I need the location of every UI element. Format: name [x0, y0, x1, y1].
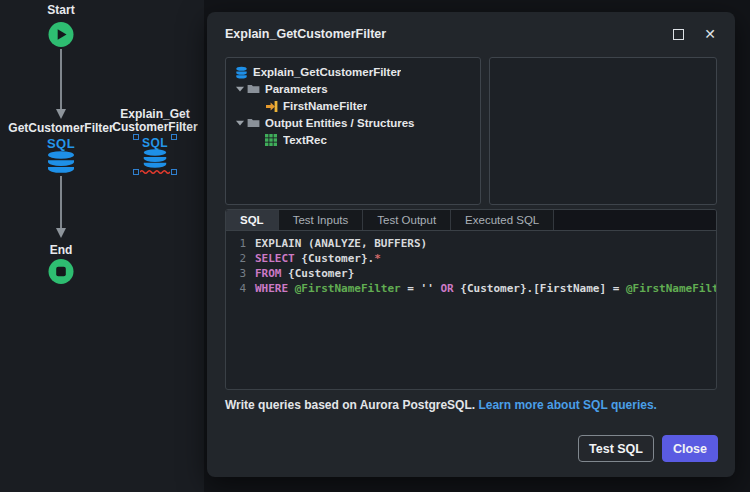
sql-editor: SQL Test Inputs Test Output Executed SQL…	[225, 209, 717, 390]
tree-item-firstnamefilter[interactable]: FirstNameFilter	[230, 98, 476, 114]
chevron-down-icon[interactable]	[234, 120, 246, 126]
start-node-label: Start	[47, 4, 74, 17]
folder-icon	[246, 118, 260, 128]
structure-icon	[264, 134, 278, 146]
preview-panel	[489, 57, 717, 205]
folder-icon	[246, 84, 260, 94]
editor-footer-note: Write queries based on Aurora PostgreSQL…	[225, 398, 657, 412]
tree-item-output-entities[interactable]: Output Entities / Structures	[230, 115, 476, 131]
dialog-title: Explain_GetCustomerFilter	[225, 27, 386, 41]
selection-handle-icon[interactable]	[171, 134, 177, 140]
tab-executed-sql[interactable]: Executed SQL	[451, 210, 554, 230]
close-icon[interactable]: ✕	[701, 25, 719, 43]
getcustomerfilter-sql-badge: SQL	[47, 137, 75, 150]
tab-test-inputs[interactable]: Test Inputs	[279, 210, 364, 230]
editor-tabbar: SQL Test Inputs Test Output Executed SQL	[226, 210, 716, 231]
dialog-titlebar[interactable]: Explain_GetCustomerFilter ✕	[207, 12, 735, 54]
tree-item-label: Parameters	[265, 83, 328, 95]
end-node-icon[interactable]	[48, 258, 75, 289]
line-number: 4	[226, 281, 246, 296]
sql-node-tree-panel: Explain_GetCustomerFilter Parameters	[225, 57, 481, 205]
tree-item-label: FirstNameFilter	[283, 100, 367, 112]
tree-item-parameters[interactable]: Parameters	[230, 81, 476, 97]
flow-connectors	[0, 0, 204, 492]
sql-database-icon	[234, 66, 248, 79]
explain-node-label[interactable]: Explain_Get CustomerFilter	[112, 108, 197, 134]
chevron-down-icon[interactable]	[234, 86, 246, 92]
code-line[interactable]: 2SELECT {Customer}.*	[226, 251, 716, 266]
code-line[interactable]: 3FROM {Customer}	[226, 266, 716, 281]
error-squiggle-icon	[140, 169, 170, 174]
explain-node-label-line2: CustomerFilter	[112, 121, 197, 134]
getcustomerfilter-sql-icon[interactable]	[46, 151, 76, 177]
code-line[interactable]: 1EXPLAIN (ANALYZE, BUFFERS)	[226, 236, 716, 251]
close-button[interactable]: Close	[662, 435, 718, 462]
learn-more-link[interactable]: Learn more about SQL queries.	[478, 398, 657, 412]
app-window: Start GetCustomerFilter SQL Explain_Get …	[0, 0, 750, 492]
sql-code[interactable]: 1EXPLAIN (ANALYZE, BUFFERS)2SELECT {Cust…	[226, 231, 716, 296]
start-node-icon[interactable]	[48, 21, 75, 52]
selection-handle-icon[interactable]	[171, 169, 177, 175]
code-line[interactable]: 4WHERE @FirstNameFilter = '' OR {Custome…	[226, 281, 716, 296]
tree-item-textrec[interactable]: TextRec	[230, 132, 476, 148]
end-node-label: End	[50, 244, 73, 257]
tab-test-output[interactable]: Test Output	[363, 210, 451, 230]
tree-item-root[interactable]: Explain_GetCustomerFilter	[230, 64, 476, 80]
line-number: 3	[226, 266, 246, 281]
flow-canvas[interactable]: Start GetCustomerFilter SQL Explain_Get …	[0, 0, 204, 492]
getcustomerfilter-node-label[interactable]: GetCustomerFilter	[8, 122, 113, 135]
tree-item-label: Output Entities / Structures	[265, 117, 415, 129]
maximize-icon[interactable]	[669, 25, 687, 43]
line-number: 2	[226, 251, 246, 266]
tree-item-label: TextRec	[283, 134, 327, 146]
selection-handle-icon[interactable]	[133, 169, 139, 175]
tree-item-label: Explain_GetCustomerFilter	[253, 66, 401, 78]
selection-handle-icon[interactable]	[133, 134, 139, 140]
input-parameter-icon	[264, 100, 278, 113]
line-number: 1	[226, 236, 246, 251]
test-sql-button[interactable]: Test SQL	[578, 435, 654, 462]
tab-sql[interactable]: SQL	[226, 210, 279, 230]
footer-text: Write queries based on Aurora PostgreSQL…	[225, 398, 475, 412]
sql-query-dialog: Explain_GetCustomerFilter ✕ Explain_GetC…	[207, 12, 735, 477]
explain-node-icon-selected[interactable]: SQL	[136, 136, 174, 173]
